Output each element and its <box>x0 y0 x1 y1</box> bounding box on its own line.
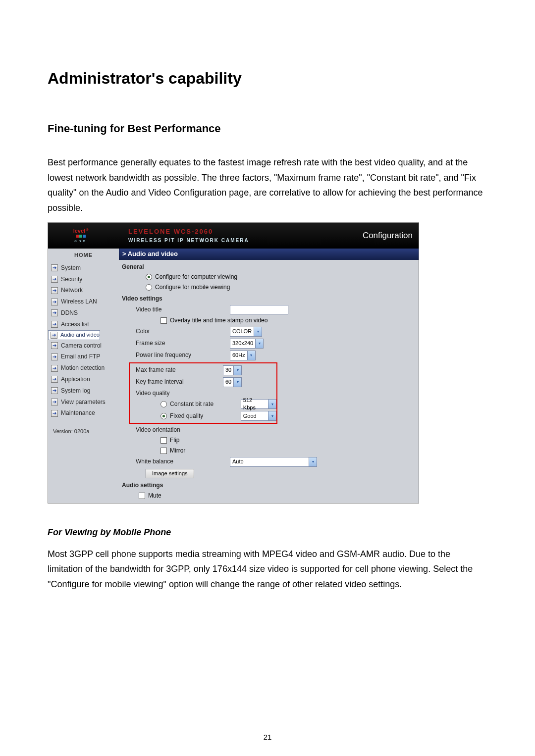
sidebar-item-label: Email and FTP <box>61 353 100 361</box>
checkbox-row-mute[interactable]: Mute <box>121 491 419 501</box>
configuration-link[interactable]: Configuration <box>363 230 419 242</box>
sidebar-item-email-ftp[interactable]: ➔Email and FTP <box>48 351 119 362</box>
sidebar-item-access-list[interactable]: ➔Access list <box>48 319 119 330</box>
radio-icon[interactable] <box>160 401 167 407</box>
key-frame-interval-label: Key frame interval <box>136 378 223 386</box>
sidebar-item-audio-video[interactable]: ➔Audio and video <box>48 330 100 340</box>
constant-bitrate-select[interactable]: 512 Kbps▾ <box>241 399 276 409</box>
chevron-down-icon: ▾ <box>255 339 263 348</box>
checkbox-row-mirror[interactable]: Mirror <box>121 446 419 456</box>
sidebar-item-label: Maintenance <box>61 409 95 417</box>
radio-row-mobile-viewing[interactable]: Configure for mobile viewing <box>121 282 419 293</box>
sidebar-item-system-log[interactable]: ➔System log <box>48 385 119 397</box>
image-settings-button[interactable]: Image settings <box>146 469 194 478</box>
sidebar-item-label: Access list <box>61 320 89 329</box>
arrow-icon: ➔ <box>51 332 57 339</box>
checkbox-label: Overlay title and time stamp on video <box>170 316 268 325</box>
select-value: 320x240 <box>232 340 253 347</box>
sidebar-item-network[interactable]: ➔Network <box>48 285 119 296</box>
max-frame-rate-select[interactable]: 30▾ <box>223 365 242 375</box>
checkbox-icon[interactable] <box>160 437 167 444</box>
sidebar-item-label: Security <box>61 275 82 284</box>
select-value: Auto <box>232 458 244 465</box>
checkbox-icon[interactable] <box>139 493 145 499</box>
arrow-icon: ➔ <box>51 399 58 405</box>
max-frame-rate-label: Max frame rate <box>136 366 223 374</box>
radio-icon[interactable] <box>146 284 152 291</box>
key-frame-interval-select[interactable]: 60▾ <box>223 377 242 387</box>
sidebar-home[interactable]: HOME <box>48 249 119 262</box>
device-subtitle: WIRELESS P/T IP NETWORK CAMERA <box>128 237 363 244</box>
select-value: 60 <box>225 378 231 386</box>
checkbox-label: Mute <box>148 492 161 500</box>
radio-label: Configure for computer viewing <box>155 273 237 281</box>
doc-para-1: Best performance generally equates to th… <box>48 155 487 215</box>
sidebar-item-label: Application <box>61 375 90 384</box>
arrow-icon: ➔ <box>51 387 58 394</box>
doc-heading: Administrator's capability <box>48 69 487 88</box>
arrow-icon: ➔ <box>51 276 58 283</box>
sidebar: HOME ➔System ➔Security ➔Network ➔Wireles… <box>48 249 119 439</box>
section-general: General <box>121 261 419 272</box>
sidebar-item-label: Wireless LAN <box>61 298 97 306</box>
checkbox-row-flip[interactable]: Flip <box>121 435 419 446</box>
color-label: Color <box>136 327 230 336</box>
brand-logo: level® one <box>48 223 113 249</box>
radio-icon[interactable] <box>160 413 167 419</box>
brand-bottom-text: one <box>74 238 87 244</box>
sidebar-item-application[interactable]: ➔Application <box>48 374 119 385</box>
sidebar-item-system[interactable]: ➔System <box>48 262 119 274</box>
doc-subheading: Fine-tuning for Best Performance <box>48 122 487 135</box>
sidebar-item-label: Network <box>61 286 83 295</box>
radio-label: Configure for mobile viewing <box>155 283 230 292</box>
sidebar-item-view-parameters[interactable]: ➔View parameters <box>48 397 119 408</box>
white-balance-label: White balance <box>136 457 230 466</box>
frame-size-select[interactable]: 320x240▾ <box>230 339 264 349</box>
arrow-icon: ➔ <box>51 264 58 271</box>
plf-select[interactable]: 60Hz▾ <box>230 351 256 360</box>
sidebar-item-maintenance[interactable]: ➔Maintenance <box>48 407 119 419</box>
page-number: 21 <box>0 733 535 741</box>
checkbox-label: Mirror <box>170 447 185 455</box>
brand-top-text: level <box>73 228 85 234</box>
sidebar-item-ddns[interactable]: ➔DDNS <box>48 307 119 319</box>
color-select[interactable]: COLOR▾ <box>230 327 262 337</box>
fixed-quality-select[interactable]: Good▾ <box>241 411 276 421</box>
video-title-input[interactable] <box>230 305 288 314</box>
sidebar-item-wireless-lan[interactable]: ➔Wireless LAN <box>48 296 119 307</box>
sidebar-item-label: Camera control <box>61 342 102 350</box>
select-value: 512 Kbps <box>243 397 266 412</box>
constant-bitrate-label: Constant bit rate <box>170 400 214 408</box>
checkbox-icon[interactable] <box>160 317 167 324</box>
arrow-icon: ➔ <box>51 410 58 417</box>
video-title-label: Video title <box>136 305 230 314</box>
device-title: LEVELONE WCS-2060 <box>128 227 363 236</box>
chevron-down-icon: ▾ <box>233 366 241 375</box>
sidebar-item-motion-detection[interactable]: ➔Motion detection <box>48 362 119 374</box>
sidebar-item-camera-control[interactable]: ➔Camera control <box>48 340 119 352</box>
radio-row-computer-viewing[interactable]: Configure for computer viewing <box>121 272 419 282</box>
select-value: COLOR <box>232 328 252 335</box>
checkbox-icon[interactable] <box>160 448 167 454</box>
chevron-down-icon: ▾ <box>309 457 317 466</box>
chevron-down-icon: ▾ <box>268 411 276 420</box>
white-balance-select[interactable]: Auto▾ <box>230 457 317 467</box>
chevron-down-icon: ▾ <box>233 378 241 387</box>
highlight-box: Max frame rate 30▾ Key frame interval 60… <box>129 362 277 424</box>
sidebar-item-label: View parameters <box>61 398 106 406</box>
arrow-icon: ➔ <box>51 365 58 372</box>
checkbox-row-overlay[interactable]: Overlay title and time stamp on video <box>121 315 419 326</box>
fixed-quality-label: Fixed quality <box>170 412 203 420</box>
section-audio-settings: Audio settings <box>121 479 419 491</box>
arrow-icon: ➔ <box>51 342 58 349</box>
arrow-icon: ➔ <box>51 321 58 328</box>
doc-para-2: Most 3GPP cell phone supports media stre… <box>48 547 487 592</box>
video-quality-label: Video quality <box>136 389 223 398</box>
select-value: 30 <box>225 366 231 374</box>
radio-icon[interactable] <box>146 274 152 280</box>
plf-label: Power line frequency <box>136 351 230 359</box>
sidebar-item-security[interactable]: ➔Security <box>48 274 119 285</box>
select-value: 60Hz <box>232 352 245 359</box>
frame-size-label: Frame size <box>136 339 230 348</box>
chevron-down-icon: ▾ <box>247 351 255 360</box>
